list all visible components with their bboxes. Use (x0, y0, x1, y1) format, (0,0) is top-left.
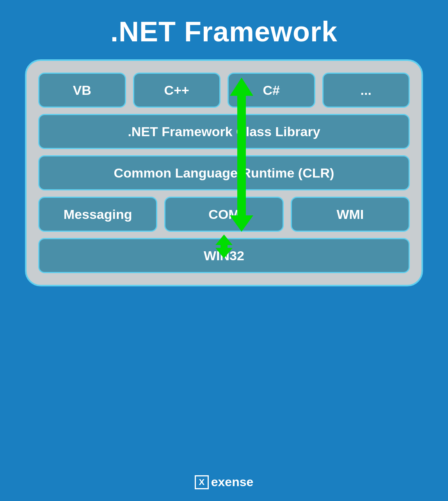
lang-vb: VB (38, 73, 126, 108)
language-row: VB C++ C# ... (38, 73, 410, 108)
services-row: Messaging COM WMI (38, 197, 410, 232)
lang-csharp: C# (228, 73, 315, 108)
com-box: COM (164, 197, 283, 232)
class-library-row: .NET Framework Class Library (38, 114, 410, 149)
footer: X exense (195, 475, 254, 489)
brand-icon: X (195, 475, 209, 489)
wmi-box: WMI (291, 197, 410, 232)
lang-etc: ... (322, 73, 410, 108)
lang-cpp: C++ (133, 73, 221, 108)
messaging-box: Messaging (38, 197, 157, 232)
brand-name: exense (211, 475, 254, 489)
win32-row: WIN32 (38, 238, 410, 273)
diagram-container: VB C++ C# ... .NET Framework Class Libra… (25, 59, 423, 286)
clr-row: Common Language Runtime (CLR) (38, 155, 410, 190)
diagram-wrapper: VB C++ C# ... .NET Framework Class Libra… (25, 59, 423, 286)
page-title: .NET Framework (110, 16, 338, 48)
